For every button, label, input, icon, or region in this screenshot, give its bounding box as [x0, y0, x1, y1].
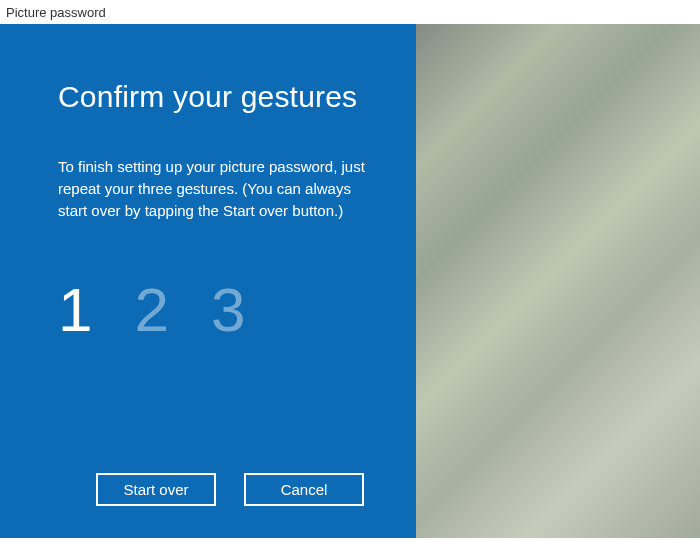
- step-1: 1: [58, 279, 92, 341]
- content-area: Confirm your gestures To finish setting …: [0, 24, 700, 538]
- step-2: 2: [134, 279, 168, 341]
- step-3: 3: [211, 279, 245, 341]
- page-title: Confirm your gestures: [58, 80, 378, 114]
- step-indicator: 1 2 3: [58, 279, 378, 341]
- start-over-button[interactable]: Start over: [96, 473, 216, 506]
- button-row: Start over Cancel: [96, 473, 364, 506]
- instruction-panel: Confirm your gestures To finish setting …: [0, 24, 416, 538]
- cancel-button[interactable]: Cancel: [244, 473, 364, 506]
- window-title: Picture password: [0, 0, 700, 24]
- instruction-text: To finish setting up your picture passwo…: [58, 156, 378, 221]
- gesture-picture-area[interactable]: [416, 24, 700, 538]
